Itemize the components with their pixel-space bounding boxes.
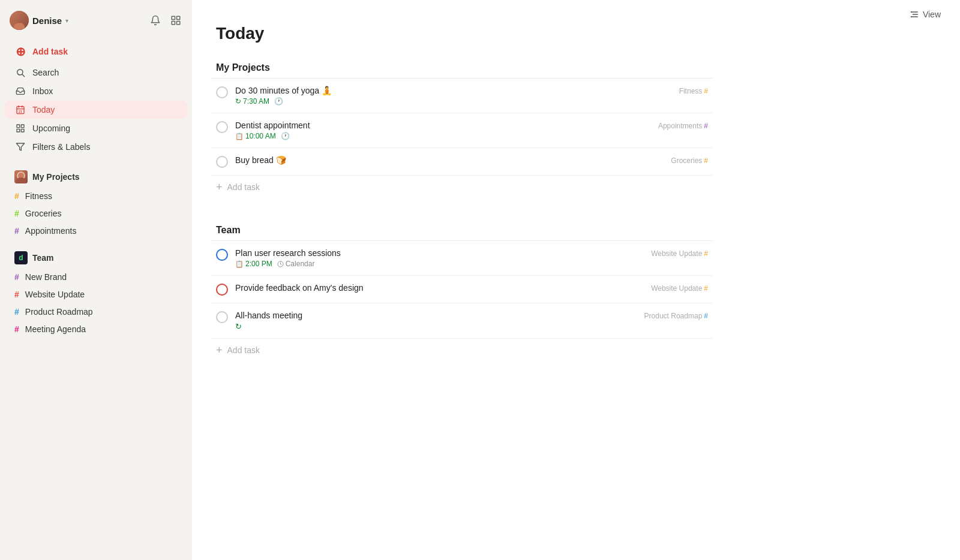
task-checkbox-dentist[interactable]	[216, 121, 228, 133]
team-section: Team Plan user research sessions 📋 2:00 …	[211, 220, 713, 362]
team-label: Team	[32, 253, 54, 263]
task-name: All-hands meeting	[235, 311, 708, 320]
task-project-name: Fitness	[679, 87, 703, 95]
svg-rect-2	[172, 22, 175, 25]
sidebar-item-groceries[interactable]: # Groceries	[5, 205, 187, 222]
svg-rect-3	[177, 22, 180, 25]
user-menu[interactable]: Denise ▾	[10, 11, 68, 30]
main-nav: ⊕ Add task Search Inbox	[0, 35, 192, 161]
task-name: Plan user research sessions	[235, 248, 708, 258]
task-meta: 📋 2:00 PM Calendar	[235, 260, 708, 268]
add-task-label: Add task	[32, 47, 68, 56]
task-body: All-hands meeting ↻	[235, 311, 708, 331]
task-project: Appointments #	[658, 122, 708, 130]
sidebar-item-upcoming[interactable]: Upcoming	[5, 119, 187, 137]
avatar-image	[10, 11, 29, 30]
task-project: Website Update #	[651, 249, 708, 258]
plus-icon: +	[216, 182, 223, 192]
main-content-area: View Today My Projects Do 30 minutes of …	[192, 0, 960, 560]
task-project-name: Appointments	[658, 122, 702, 130]
svg-point-19	[911, 11, 912, 13]
task-name-text: Do 30 minutes of yoga 🧘	[235, 86, 332, 95]
task-row[interactable]: Plan user research sessions 📋 2:00 PM Ca…	[211, 241, 713, 276]
meeting-agenda-label: Meeting Agenda	[25, 324, 86, 334]
sidebar-item-inbox[interactable]: Inbox	[5, 82, 187, 100]
svg-rect-13	[17, 129, 20, 132]
svg-marker-15	[16, 143, 24, 150]
sidebar-item-website-update[interactable]: # Website Update	[5, 286, 187, 303]
view-button[interactable]: View	[910, 10, 941, 19]
team-section-title: Team	[211, 220, 713, 241]
sidebar-item-search[interactable]: Search	[5, 64, 187, 82]
layout-toggle-button[interactable]	[169, 14, 182, 27]
task-row[interactable]: All-hands meeting ↻ Product Roadmap #	[211, 303, 713, 339]
task-project: Product Roadmap #	[644, 312, 708, 320]
sidebar-upcoming-label: Upcoming	[32, 124, 70, 133]
appointments-label: Appointments	[25, 226, 77, 236]
sidebar-item-new-brand[interactable]: # New Brand	[5, 269, 187, 285]
task-checkbox-feedback[interactable]	[216, 284, 228, 296]
task-checkbox-bread[interactable]	[216, 156, 228, 168]
task-row[interactable]: Do 30 minutes of yoga 🧘 ↻ 7:30 AM 🕐 Fitn…	[211, 79, 713, 113]
notification-bell-button[interactable]	[149, 14, 162, 27]
svg-point-20	[911, 16, 912, 17]
add-task-team[interactable]: + Add task	[211, 339, 713, 362]
my-projects-section: My Projects Do 30 minutes of yoga 🧘 ↻ 7:…	[211, 58, 713, 198]
hash-icon: #	[14, 209, 19, 218]
avatar	[10, 11, 29, 30]
task-row[interactable]: Buy bread 🍞 Groceries #	[211, 148, 713, 176]
recycle-icon: ↻	[235, 97, 241, 106]
task-body: Do 30 minutes of yoga 🧘 ↻ 7:30 AM 🕐	[235, 86, 708, 106]
my-projects-avatar	[14, 170, 28, 183]
hash-icon: #	[14, 226, 19, 236]
team-header[interactable]: d Team	[5, 248, 187, 268]
task-body: Provide feedback on Amy's design	[235, 283, 708, 294]
team-avatar: d	[14, 251, 28, 264]
task-meta: 📋 10:00 AM 🕐	[235, 132, 708, 140]
project-hash-icon: #	[704, 156, 708, 165]
project-hash-icon: #	[704, 284, 708, 293]
user-name: Denise	[32, 16, 62, 26]
sidebar-item-meeting-agenda[interactable]: # Meeting Agenda	[5, 321, 187, 338]
sidebar-today-label: Today	[32, 105, 55, 115]
hash-icon: #	[14, 290, 19, 299]
product-roadmap-label: Product Roadmap	[25, 307, 93, 317]
task-row[interactable]: Dentist appointment 📋 10:00 AM 🕐 Appoint…	[211, 113, 713, 148]
sidebar-item-add-task[interactable]: ⊕ Add task	[5, 40, 187, 63]
task-project: Groceries #	[671, 156, 708, 165]
task-name: Dentist appointment	[235, 121, 708, 130]
add-task-label: Add task	[227, 182, 260, 192]
task-name-text: All-hands meeting	[235, 311, 302, 320]
svg-rect-11	[17, 125, 20, 128]
task-time: 📋 10:00 AM	[235, 132, 276, 140]
task-project-name: Groceries	[671, 156, 702, 165]
svg-text:21: 21	[19, 110, 22, 113]
view-label: View	[923, 10, 941, 19]
svg-rect-0	[172, 16, 175, 19]
task-time: 📋 2:00 PM	[235, 260, 272, 268]
sidebar-item-product-roadmap[interactable]: # Product Roadmap	[5, 303, 187, 320]
sidebar-item-filters[interactable]: Filters & Labels	[5, 138, 187, 156]
task-checkbox-user-research[interactable]	[216, 249, 228, 261]
filter-icon	[14, 142, 26, 152]
my-projects-header[interactable]: My Projects	[5, 167, 187, 187]
sidebar-item-today[interactable]: 21 Today	[5, 101, 187, 119]
task-body: Dentist appointment 📋 10:00 AM 🕐	[235, 121, 708, 140]
task-checkbox-all-hands[interactable]	[216, 311, 228, 323]
hash-icon: #	[14, 324, 19, 334]
search-icon	[14, 68, 26, 77]
add-task-label: Add task	[227, 345, 260, 355]
task-checkbox-yoga[interactable]	[216, 86, 228, 98]
task-project-name: Website Update	[651, 249, 702, 258]
add-task-my-projects[interactable]: + Add task	[211, 176, 713, 198]
new-brand-label: New Brand	[25, 272, 67, 282]
task-name-text: Dentist appointment	[235, 121, 310, 130]
svg-line-5	[22, 74, 25, 77]
task-row[interactable]: Provide feedback on Amy's design Website…	[211, 276, 713, 303]
alarm-clock-icon: 🕐	[274, 97, 283, 106]
project-hash-icon: #	[704, 122, 708, 130]
sidebar-item-fitness[interactable]: # Fitness	[5, 188, 187, 204]
task-name: Do 30 minutes of yoga 🧘	[235, 86, 708, 95]
sidebar-item-appointments[interactable]: # Appointments	[5, 222, 187, 239]
project-hash-icon: #	[704, 249, 708, 258]
